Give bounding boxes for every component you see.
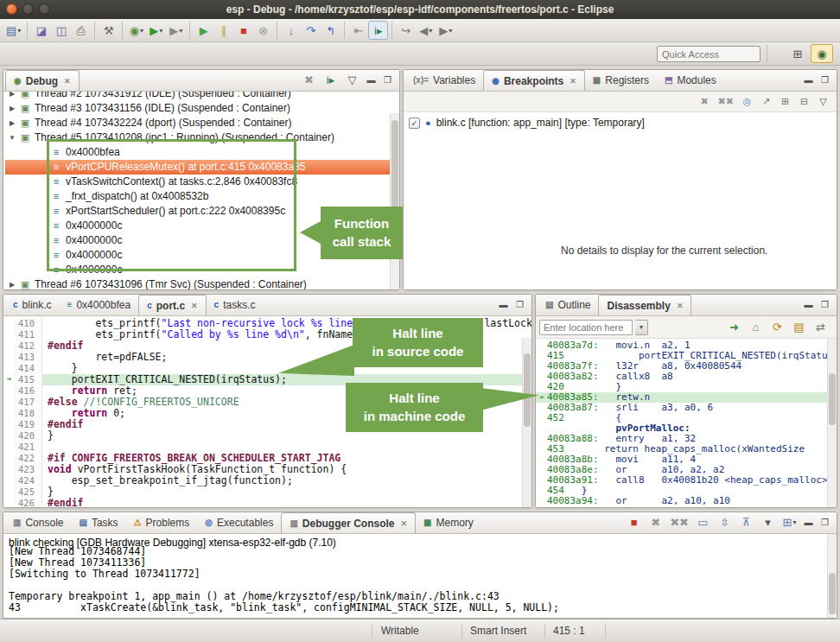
instruction-stepping-mode-button[interactable]: i▸ xyxy=(321,71,340,90)
close-icon[interactable]: ✕ xyxy=(191,302,198,310)
scrollbar-thumb[interactable] xyxy=(524,353,531,427)
code-line[interactable]: ·423void vPortFirstTaskHook(TaskFunction… xyxy=(3,464,531,475)
debug-thread-row[interactable]: ▼▣Thread #5 1073410208 (ipc1 : Running) … xyxy=(5,130,399,145)
terminate-button[interactable]: ■ xyxy=(624,513,644,532)
code-line[interactable]: ·425} xyxy=(3,486,531,498)
scrollbar-thumb[interactable] xyxy=(829,373,836,425)
show-supported-breakpoints-button[interactable]: ◎ xyxy=(739,93,755,110)
minimize-button[interactable]: ▬ xyxy=(801,515,816,531)
print-button[interactable]: ⎙ xyxy=(71,21,91,40)
debug-thread-row[interactable]: ▶▣Thread #4 1073432224 (dport) (Suspende… xyxy=(5,116,399,130)
chevron-collapsed-icon[interactable]: ▶ xyxy=(5,101,19,116)
right-tab-registers[interactable]: ▦Registers xyxy=(585,70,657,91)
maximize-button[interactable]: ❐ xyxy=(818,515,832,531)
maximize-button[interactable]: ❐ xyxy=(818,297,832,313)
right-tab-breakpoints[interactable]: ◉Breakpoints✕ xyxy=(483,70,585,91)
location-input[interactable] xyxy=(539,320,633,335)
collapse-all-button[interactable]: ⊟ xyxy=(796,93,812,110)
disassembly-scrollbar[interactable] xyxy=(827,339,837,507)
maximize-button[interactable]: ❐ xyxy=(380,73,395,88)
remove-launch-button[interactable]: ✖ xyxy=(646,513,665,532)
console-tab-debugger-console[interactable]: ▥Debugger Console✕ xyxy=(281,512,416,533)
debug-frame-row[interactable]: ≡_frxt_dispatch() at 0x4008532b xyxy=(5,189,399,204)
location-dropdown-icon[interactable]: ▾ xyxy=(635,320,648,335)
show-source-button[interactable]: ▤ xyxy=(789,318,809,337)
disasm-tab-outline[interactable]: ▤Outline xyxy=(538,295,598,315)
debug-frame-row[interactable]: ≡0x4000000c xyxy=(5,263,399,277)
close-icon[interactable]: ✕ xyxy=(677,302,684,310)
window-minimize-button[interactable] xyxy=(22,3,34,15)
forward-button[interactable]: ▶▾ xyxy=(436,21,455,40)
terminate-button[interactable]: ■ xyxy=(233,21,253,40)
minimize-button[interactable]: ▬ xyxy=(496,297,511,313)
console-tab-problems[interactable]: ⚠Problems xyxy=(126,512,198,533)
debug-frame-row[interactable]: ≡0x4000bfea xyxy=(5,145,399,160)
remove-all-breakpoints-button[interactable]: ✖✖ xyxy=(716,93,736,110)
window-maximize-button[interactable] xyxy=(39,3,50,15)
minimize-button[interactable]: ▬ xyxy=(364,73,379,88)
step-return-button[interactable]: ↰ xyxy=(321,21,340,40)
chevron-expanded-icon[interactable]: ▼ xyxy=(5,130,19,145)
quick-access-input[interactable] xyxy=(657,46,760,62)
close-icon[interactable]: ✕ xyxy=(401,519,408,528)
window-close-button[interactable] xyxy=(6,3,17,15)
pin-console-button[interactable]: ⊼ xyxy=(736,513,756,532)
console-tab-tasks[interactable]: ▤Tasks xyxy=(71,512,125,533)
debug-thread-row[interactable]: ▶▣Thread #6 1073431096 (Tmr Svc) (Suspen… xyxy=(5,277,399,289)
view-menu-button[interactable]: ▽ xyxy=(342,71,362,90)
breakpoint-checkbox[interactable]: ✓ xyxy=(409,118,420,129)
back-button[interactable]: ◀▾ xyxy=(416,21,436,40)
save-button[interactable]: ◪ xyxy=(31,21,51,40)
remove-breakpoint-button[interactable]: ✖ xyxy=(697,93,713,110)
open-perspective-button[interactable]: ⊞ xyxy=(786,44,809,63)
run-button[interactable]: ▶▾ xyxy=(146,21,166,40)
code-line[interactable]: ·424 esp_set_breakpoint_if_jtag(function… xyxy=(3,475,531,486)
right-tab-variables[interactable]: (x)=Variables xyxy=(405,70,483,91)
console-tab-console[interactable]: ▥Console xyxy=(5,512,71,533)
console-tab-memory[interactable]: ▦Memory xyxy=(416,512,481,533)
right-tab-modules[interactable]: ⬒Modules xyxy=(657,70,724,91)
display-selected-console-button[interactable]: ▾ xyxy=(758,513,778,532)
resume-button[interactable]: ▶ xyxy=(194,21,213,40)
expand-all-button[interactable]: ⊞ xyxy=(777,93,793,110)
remove-all-terminated-button[interactable]: ✖ xyxy=(299,71,319,90)
editor-tab-tasks-c[interactable]: ctasks.c xyxy=(207,295,264,315)
disasm-tab-disassembly[interactable]: Disassembly✕ xyxy=(598,295,691,315)
debug-tab-debug[interactable]: ◉Debug✕ xyxy=(5,70,80,91)
view-menu-button[interactable]: ▽ xyxy=(815,93,831,110)
console-tab-executables[interactable]: ◎Executables xyxy=(197,512,281,533)
clear-console-button[interactable]: ▭ xyxy=(693,513,713,532)
step-over-button[interactable]: ↷ xyxy=(301,21,321,40)
last-edit-location-button[interactable]: ↪ xyxy=(396,21,416,40)
debug-perspective-button[interactable]: ◉ xyxy=(811,44,833,63)
chevron-collapsed-icon[interactable]: ▶ xyxy=(5,92,19,101)
chevron-collapsed-icon[interactable]: ▶ xyxy=(5,116,19,130)
disconnect-button[interactable]: ⊗ xyxy=(253,21,273,40)
maximize-button[interactable]: ❐ xyxy=(512,297,527,313)
suspend-button[interactable]: ∥ xyxy=(213,21,233,40)
breakpoint-list-item[interactable]: ✓ ● blink.c [function: app_main] [type: … xyxy=(404,112,837,133)
open-console-button[interactable]: ⊞▾ xyxy=(780,513,799,532)
external-tools-button[interactable]: ▶▾ xyxy=(166,21,186,40)
debug-button[interactable]: ◉▾ xyxy=(126,21,146,40)
debug-scrollbar[interactable] xyxy=(390,113,399,289)
drop-to-frame-button[interactable]: ⇤ xyxy=(348,21,368,40)
save-all-button[interactable]: ◫ xyxy=(51,21,71,40)
disassembly-line[interactable]: ·40083a94: or a2, a10, a10 xyxy=(536,496,837,506)
step-into-button[interactable]: ↓ xyxy=(281,21,301,40)
sync-with-context-button[interactable]: ⇄ xyxy=(811,318,830,337)
remove-all-launches-button[interactable]: ✖✖ xyxy=(667,513,691,532)
maximize-button[interactable]: ❐ xyxy=(818,73,832,88)
editor-scrollbar[interactable] xyxy=(522,338,531,507)
new-wizard-button[interactable]: ▤▾ xyxy=(3,21,23,40)
chevron-collapsed-icon[interactable]: ▶ xyxy=(5,277,19,289)
home-button[interactable]: ⌂ xyxy=(746,318,766,337)
debug-thread-row[interactable]: ▶▣Thread #3 1073431156 (IDLE) (Suspended… xyxy=(5,101,399,116)
scroll-lock-button[interactable]: ⇳ xyxy=(715,513,735,532)
close-icon[interactable]: ✕ xyxy=(64,77,71,86)
console-output[interactable]: [New Thread 1073468744][New Thread 10734… xyxy=(3,546,837,613)
editor-tab-port-c[interactable]: cport.c✕ xyxy=(138,295,206,315)
instruction-stepping-button[interactable]: i▸ xyxy=(368,21,388,40)
go-to-file-for-breakpoint-button[interactable]: ↗ xyxy=(758,93,774,110)
editor-tab-0x4000bfea[interactable]: ≡0x4000bfea xyxy=(60,295,139,315)
